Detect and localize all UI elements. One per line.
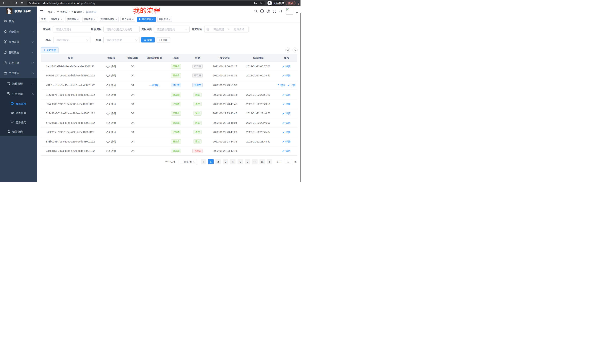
detail-link[interactable]: 详情: [287, 84, 295, 87]
sidebar-item-process-management[interactable]: 流程管理: [0, 78, 37, 89]
parent-process-input[interactable]: 请输入流程定义的编号: [103, 26, 140, 32]
page-button-6[interactable]: 6: [245, 159, 250, 164]
user-avatar[interactable]: [286, 7, 293, 15]
sidebar-item-payment[interactable]: 支付管理: [0, 37, 37, 47]
browser-scrollbar[interactable]: [300, 13, 301, 182]
tab-home[interactable]: 首页: [40, 17, 47, 22]
status-select[interactable]: 请选择状态: [53, 37, 90, 43]
start-date-placeholder[interactable]: 开始日期: [210, 28, 227, 31]
tab-process-form[interactable]: 流程表单×: [82, 17, 97, 22]
navbar-search-button[interactable]: [253, 7, 259, 16]
browser-forward-button[interactable]: [7, 0, 12, 6]
browser-back-button[interactable]: [1, 0, 7, 6]
avatar-dropdown-caret[interactable]: [296, 12, 298, 14]
sidebar-item-dev-tools[interactable]: 研发工具: [0, 57, 37, 68]
browser-home-button[interactable]: [19, 0, 25, 6]
cell-task: [143, 71, 166, 80]
result-select[interactable]: 请选择流结果: [103, 37, 140, 43]
sidebar-item-todo-tasks[interactable]: 待办任务: [0, 108, 37, 118]
navbar-fullscreen-button[interactable]: [271, 7, 278, 16]
address-bar[interactable]: 不安全 dashboard.yudao.iocoder.cn/bpm/task/…: [27, 1, 265, 5]
page-button-3[interactable]: 3: [223, 159, 228, 164]
sidebar-item-system[interactable]: 系统管理: [0, 26, 37, 37]
sidebar-item-workflow[interactable]: 工作流程: [0, 68, 37, 78]
breadcrumb-item-workflow[interactable]: 工作流程: [57, 10, 67, 14]
browser-update-button[interactable]: 更新: [286, 1, 295, 5]
end-date-placeholder[interactable]: 结束日期: [231, 28, 247, 31]
chevron-down-icon: [31, 52, 34, 53]
tab-start-process[interactable]: 发起流程×: [157, 17, 172, 22]
close-icon[interactable]: ×: [61, 17, 62, 21]
close-icon[interactable]: ×: [169, 17, 170, 21]
page-button-1[interactable]: 1: [208, 159, 214, 164]
cell-status: 已完成: [166, 118, 186, 127]
close-icon[interactable]: ×: [77, 17, 79, 21]
goto-page-input[interactable]: 1: [284, 159, 292, 164]
submit-time-range-picker[interactable]: 开始日期 - 结束日期: [204, 26, 249, 32]
reset-button[interactable]: 重置: [157, 37, 170, 42]
password-key-icon[interactable]: [254, 1, 257, 5]
detail-link[interactable]: 详情: [282, 140, 290, 143]
process-name-input[interactable]: 请输入流程名: [53, 26, 91, 32]
detail-link[interactable]: 详情: [282, 65, 290, 68]
create-process-button[interactable]: 发起流程: [41, 47, 59, 53]
next-page-button[interactable]: [267, 159, 272, 164]
more-pages-button[interactable]: •••: [252, 159, 258, 164]
breadcrumb-item-task[interactable]: 任务管理: [71, 10, 82, 14]
toggle-search-button[interactable]: [285, 48, 290, 52]
search-button[interactable]: 搜索: [141, 37, 155, 42]
detail-link[interactable]: 详情: [282, 150, 290, 153]
close-icon[interactable]: ×: [152, 17, 154, 21]
page-button-4[interactable]: 4: [230, 159, 235, 164]
detail-link[interactable]: 详情: [282, 122, 290, 125]
close-icon[interactable]: ×: [116, 17, 117, 21]
navbar-help-button[interactable]: [265, 7, 271, 16]
sidebar-collapse-button[interactable]: [40, 10, 43, 13]
sidebar-item-my-process[interactable]: 我的流程: [0, 99, 37, 108]
page-button-5[interactable]: 5: [238, 159, 243, 164]
browser-menu-icon[interactable]: [297, 1, 300, 5]
placeholder-text: 请输入流程名: [56, 28, 72, 31]
bookmark-star-icon[interactable]: [259, 1, 262, 5]
close-icon[interactable]: ×: [94, 17, 95, 21]
page-size-select[interactable]: 10条/页: [179, 159, 197, 164]
not-secure-warning-icon: [28, 1, 31, 4]
home-icon: [20, 1, 24, 5]
sidebar-item-done-tasks[interactable]: 已办任务: [0, 118, 37, 127]
sidebar-item-home[interactable]: 首页: [0, 16, 37, 26]
page-button-11[interactable]: 11: [260, 159, 265, 164]
category-select[interactable]: 请选择流程分类: [154, 26, 190, 32]
navbar-fontsize-button[interactable]: [278, 7, 284, 16]
close-icon[interactable]: ×: [132, 17, 134, 21]
task-link[interactable]: 一级审批: [149, 84, 160, 87]
detail-link[interactable]: 详情: [282, 112, 290, 115]
incognito-badge: 无痕模式: [267, 0, 285, 6]
cell-result: 通过: [186, 99, 209, 109]
navbar-github-button[interactable]: [259, 7, 265, 16]
cell-status: 进行中: [166, 80, 186, 90]
sidebar-item-label: 我的流程: [16, 102, 26, 105]
column-header-category: 流程分类: [122, 54, 143, 62]
sidebar-item-leave-query[interactable]: 请假查询: [0, 127, 37, 136]
detail-link[interactable]: 详情: [282, 103, 290, 106]
breadcrumb-item-home[interactable]: 首页: [48, 10, 53, 14]
detail-link[interactable]: 详情: [282, 94, 290, 96]
app-logo[interactable]: 芋道管理系统: [0, 7, 37, 16]
detail-link[interactable]: 详情: [282, 74, 290, 77]
placeholder-text: 请输入流程定义的编号: [106, 28, 132, 31]
tab-my-process[interactable]: 我的流程×: [137, 17, 156, 22]
cell-id: 7317cec6-7b9b-11ec-b5b7-acde48001122: [41, 80, 100, 90]
sidebar-item-infrastructure[interactable]: 基础设施: [0, 47, 37, 57]
tab-process-form-edit[interactable]: 流程表单-编辑×: [99, 17, 119, 22]
sidebar-item-task-management[interactable]: 任务管理: [0, 89, 37, 99]
tab-process-model[interactable]: 流程模型×: [66, 17, 80, 22]
browser-reload-button[interactable]: [13, 0, 18, 6]
refresh-table-button[interactable]: [292, 48, 298, 52]
tab-user-group[interactable]: 用户分组×: [120, 17, 135, 22]
detail-link[interactable]: 详情: [282, 131, 290, 134]
result-badge: 通过: [193, 111, 201, 115]
prev-page-button[interactable]: [201, 159, 206, 164]
page-button-2[interactable]: 2: [215, 159, 221, 164]
cancel-link[interactable]: 取消: [277, 84, 285, 87]
tab-process-definition[interactable]: 流程定义×: [49, 17, 64, 22]
